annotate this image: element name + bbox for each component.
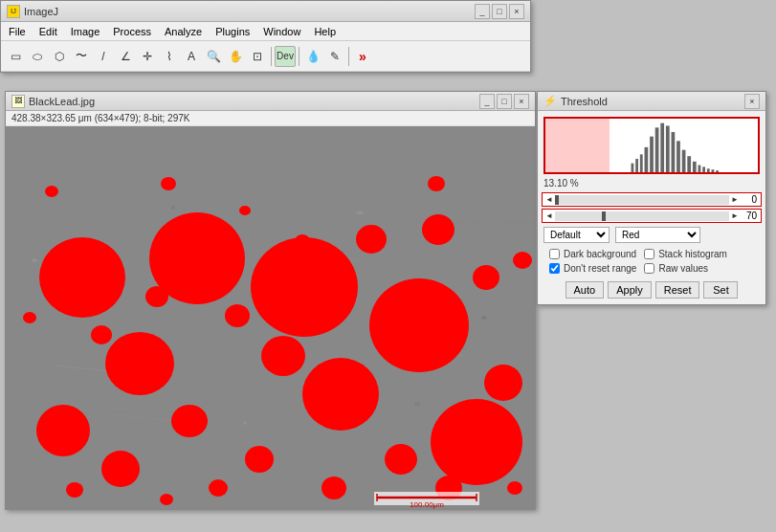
- upper-threshold-slider[interactable]: [555, 211, 729, 221]
- imagej-titlebar: IJ ImageJ _ □ ×: [1, 1, 530, 22]
- menu-file[interactable]: File: [5, 25, 30, 38]
- image-canvas: 100.00μm: [6, 126, 536, 509]
- menu-image[interactable]: Image: [67, 25, 104, 38]
- svg-point-9: [243, 421, 247, 425]
- svg-point-42: [295, 234, 310, 248]
- reset-button[interactable]: Reset: [655, 281, 700, 299]
- svg-point-48: [45, 186, 58, 197]
- slider1-thumb: [555, 195, 559, 205]
- percent-value: 13.10 %: [543, 178, 579, 188]
- toolbar: ▭ ⬭ ⬡ 〜 / ∠ ✛ ⌇ A 🔍 ✋ ⊡ Dev 💧 ✎ »: [1, 41, 530, 72]
- svg-point-24: [261, 336, 305, 376]
- lower-threshold-value: 0: [741, 194, 760, 205]
- tool-oval[interactable]: ⬭: [27, 46, 48, 67]
- tool-dev[interactable]: Dev: [275, 46, 296, 67]
- svg-point-47: [428, 176, 445, 191]
- tool-angle[interactable]: ∠: [115, 46, 136, 67]
- threshold-close-button[interactable]: ×: [744, 94, 760, 109]
- action-buttons-row: Auto Apply Reset Set: [542, 281, 762, 299]
- image-restore-button[interactable]: □: [497, 94, 512, 109]
- dont-reset-range-checkbox[interactable]: [549, 263, 560, 274]
- maximize-button[interactable]: □: [492, 4, 507, 19]
- tool-point[interactable]: ✛: [137, 46, 158, 67]
- image-window-controls: _ □ ×: [479, 94, 529, 109]
- tool-extra-arrows[interactable]: »: [352, 46, 373, 67]
- menu-process[interactable]: Process: [109, 25, 155, 38]
- histogram-svg: [545, 119, 758, 172]
- tool-freehand[interactable]: 〜: [71, 46, 92, 67]
- svg-point-38: [66, 482, 83, 498]
- menu-plugins[interactable]: Plugins: [211, 25, 254, 38]
- toolbar-separator: [271, 47, 272, 66]
- svg-rect-55: [632, 164, 634, 172]
- image-canvas-container: 100.00μm: [6, 126, 536, 509]
- slider2-right-arrow[interactable]: ►: [729, 211, 741, 220]
- tool-color-picker[interactable]: 💧: [302, 46, 323, 67]
- close-icon: ×: [749, 97, 754, 106]
- auto-button[interactable]: Auto: [565, 281, 605, 299]
- tool-magnify[interactable]: 🔍: [203, 46, 224, 67]
- svg-rect-60: [655, 127, 659, 172]
- svg-rect-56: [635, 159, 638, 172]
- checkbox-row-1: Dark background Stack histogram: [549, 249, 754, 259]
- image-titlebar: 🖼 BlackLead.jpg _ □ ×: [6, 92, 535, 111]
- menu-bar: File Edit Image Process Analyze Plugins …: [1, 22, 530, 41]
- tool-text[interactable]: A: [181, 46, 202, 67]
- svg-rect-57: [640, 154, 643, 172]
- tool-rectangle[interactable]: ▭: [5, 46, 26, 67]
- stack-histogram-checkbox[interactable]: [644, 249, 654, 259]
- tool-crop[interactable]: ⊡: [247, 46, 268, 67]
- svg-point-22: [105, 332, 174, 395]
- apply-button[interactable]: Apply: [608, 281, 652, 299]
- menu-help[interactable]: Help: [310, 25, 340, 38]
- svg-point-30: [356, 225, 387, 254]
- slider2-left-arrow[interactable]: ◄: [543, 211, 555, 220]
- svg-rect-62: [666, 125, 670, 172]
- svg-point-23: [36, 405, 90, 456]
- svg-point-26: [101, 451, 140, 487]
- imagej-icon: IJ: [7, 5, 20, 18]
- tool-line[interactable]: /: [93, 46, 114, 67]
- dark-background-checkbox[interactable]: [549, 249, 560, 259]
- histogram-container: [543, 117, 760, 174]
- svg-point-7: [356, 211, 364, 214]
- minimize-button[interactable]: _: [475, 4, 490, 19]
- color-dropdown[interactable]: Red Black & White Over/Under: [615, 227, 700, 243]
- svg-rect-65: [682, 150, 686, 172]
- svg-point-34: [225, 304, 250, 327]
- tool-scroll[interactable]: ✋: [225, 46, 246, 67]
- svg-point-40: [507, 481, 522, 495]
- slider1-right-arrow[interactable]: ►: [729, 195, 741, 204]
- threshold-title-group: ⚡ Threshold: [543, 95, 608, 107]
- svg-point-5: [32, 258, 37, 262]
- svg-point-31: [422, 214, 455, 245]
- svg-point-20: [431, 399, 522, 485]
- upper-threshold-value: 70: [741, 211, 760, 221]
- checkbox-group: Dark background Stack histogram Don't re…: [543, 247, 760, 276]
- slider1-left-arrow[interactable]: ◄: [543, 195, 555, 204]
- svg-rect-69: [702, 166, 705, 172]
- menu-edit[interactable]: Edit: [35, 25, 61, 38]
- close-button[interactable]: ×: [509, 4, 524, 19]
- menu-window[interactable]: Window: [259, 25, 304, 38]
- set-button[interactable]: Set: [703, 281, 738, 299]
- svg-point-8: [481, 316, 487, 320]
- svg-rect-68: [698, 166, 701, 172]
- raw-values-checkbox[interactable]: [644, 263, 654, 274]
- svg-point-35: [91, 325, 112, 344]
- menu-analyze[interactable]: Analyze: [161, 25, 206, 38]
- svg-rect-63: [672, 132, 676, 172]
- svg-point-43: [23, 312, 36, 323]
- svg-point-18: [251, 237, 358, 337]
- tool-pencil[interactable]: ✎: [324, 46, 345, 67]
- svg-point-25: [484, 365, 522, 401]
- lut-dropdown[interactable]: Default Fire Grays Ice Spectrum: [543, 227, 610, 243]
- lower-threshold-slider[interactable]: [555, 195, 729, 205]
- image-minimize-button[interactable]: _: [479, 94, 495, 109]
- checkbox-row-2: Don't reset range Raw values: [549, 263, 754, 274]
- dont-reset-range-label: Don't reset range: [564, 263, 636, 274]
- svg-point-16: [39, 237, 125, 318]
- tool-wand[interactable]: ⌇: [159, 46, 180, 67]
- image-close-button[interactable]: ×: [514, 94, 529, 109]
- tool-polygon[interactable]: ⬡: [49, 46, 70, 67]
